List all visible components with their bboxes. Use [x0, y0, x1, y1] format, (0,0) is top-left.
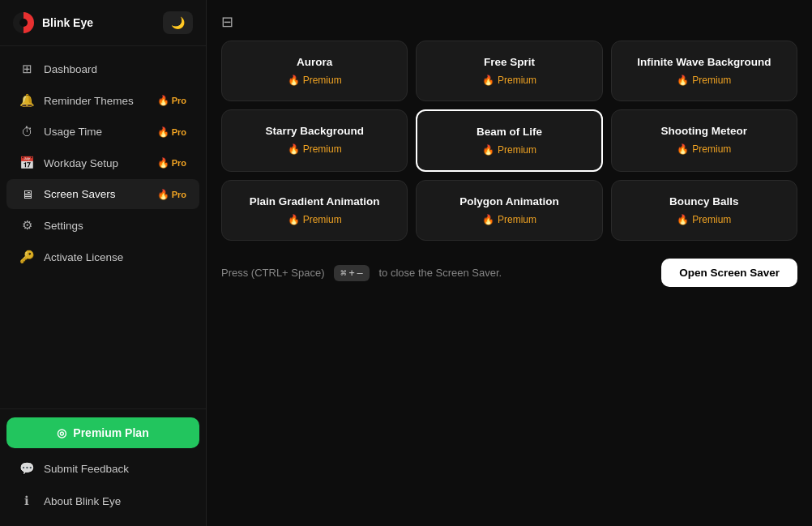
fire-icon: 🔥 [677, 143, 689, 155]
sidebar-item-label: Activate License [44, 251, 186, 263]
saver-card-bouncy-balls[interactable]: Bouncy Balls 🔥 Premium [611, 180, 797, 241]
saver-title: Bouncy Balls [669, 195, 739, 207]
sidebar-item-label: Reminder Themes [44, 95, 147, 107]
sidebar-item-screen-savers[interactable]: 🖥 Screen Savers 🔥 Pro [6, 179, 199, 209]
fire-icon: 🔥 [482, 214, 494, 225]
saver-title: Aurora [297, 56, 332, 68]
saver-card-infinite-wave[interactable]: Infinite Wave Background 🔥 Premium [611, 41, 797, 101]
saver-card-shooting-meteor[interactable]: Shooting Meteor 🔥 Premium [611, 109, 797, 172]
premium-badge: 🔥 Premium [482, 75, 536, 86]
premium-btn-label: Premium Plan [73, 426, 148, 439]
reminder-icon: 🔔 [19, 93, 34, 108]
saver-card-polygon-animation[interactable]: Polygon Animation 🔥 Premium [416, 180, 602, 241]
fire-icon: 🔥 [288, 143, 300, 155]
sidebar-nav: ⊞ Dashboard 🔔 Reminder Themes 🔥 Pro ⏱ Us… [0, 46, 206, 408]
footer-bar: Press (CTRL+ Space) ⌘ + — to close the S… [221, 259, 797, 287]
premium-badge: 🔥 Premium [288, 75, 342, 86]
premium-icon: ◎ [57, 426, 66, 439]
saver-title: Shooting Meteor [661, 125, 748, 137]
premium-plan-button[interactable]: ◎ Premium Plan [6, 417, 199, 448]
sidebar-item-label: Settings [44, 220, 186, 232]
logo-area: Blink Eye [13, 12, 93, 33]
saver-title: Polygon Animation [459, 195, 559, 207]
saver-title: Infinite Wave Background [637, 56, 771, 68]
saver-title: Free Sprit [484, 56, 535, 68]
sidebar-item-settings[interactable]: ⚙ Settings [6, 210, 199, 241]
sidebar-item-activate-license[interactable]: 🔑 Activate License [6, 242, 199, 272]
fire-icon: 🔥 [677, 214, 689, 225]
feedback-label: Submit Feedback [44, 463, 129, 475]
sidebar-item-about[interactable]: ℹ About Blink Eye [6, 485, 199, 516]
fire-icon: 🔥 [677, 75, 689, 86]
license-icon: 🔑 [19, 250, 34, 264]
sidebar-item-label: Screen Savers [44, 188, 147, 200]
sidebar-item-dashboard[interactable]: ⊞ Dashboard [6, 53, 199, 84]
sidebar-item-label: Dashboard [44, 63, 186, 75]
cmd-key: ⌘ [340, 267, 346, 279]
pro-badge: 🔥 Pro [157, 95, 186, 106]
premium-badge: 🔥 Premium [677, 143, 731, 155]
dashboard-icon: ⊞ [19, 62, 34, 76]
saver-card-beam-of-life[interactable]: Beam of Life 🔥 Premium [416, 109, 602, 172]
theme-toggle-button[interactable]: 🌙 [163, 11, 193, 34]
saver-title: Plain Gradient Animation [250, 195, 380, 207]
open-screen-saver-button[interactable]: Open Screen Saver [661, 259, 797, 287]
panel-toggle-button[interactable]: ⊟ [221, 13, 797, 31]
saver-title: Starry Background [265, 125, 364, 137]
shortcut-text-after: to close the Screen Saver. [378, 267, 502, 279]
shortcut-text-before: Press (CTRL+ Space) [221, 267, 325, 279]
sidebar-item-reminder-themes[interactable]: 🔔 Reminder Themes 🔥 Pro [6, 85, 199, 116]
saver-card-aurora[interactable]: Aurora 🔥 Premium [221, 41, 408, 101]
app-name: Blink Eye [42, 16, 93, 29]
premium-badge: 🔥 Premium [288, 214, 342, 225]
saver-card-plain-gradient[interactable]: Plain Gradient Animation 🔥 Premium [221, 180, 408, 241]
premium-badge: 🔥 Premium [482, 144, 536, 156]
moon-icon: 🌙 [171, 16, 185, 29]
workday-icon: 📅 [19, 156, 34, 170]
screen-saver-icon: 🖥 [19, 187, 34, 201]
clock-icon: ⏱ [19, 125, 34, 139]
premium-badge: 🔥 Premium [288, 143, 342, 155]
saver-card-free-sprit[interactable]: Free Sprit 🔥 Premium [416, 41, 602, 101]
keyboard-shortcut: ⌘ + — [334, 265, 370, 281]
sidebar-item-label: Workday Setup [44, 157, 147, 169]
fire-icon: 🔥 [482, 75, 494, 86]
about-label: About Blink Eye [44, 495, 121, 507]
feedback-icon: 💬 [19, 461, 34, 476]
premium-badge: 🔥 Premium [677, 75, 731, 86]
info-icon: ℹ [19, 494, 34, 508]
sidebar: Blink Eye 🌙 ⊞ Dashboard 🔔 Reminder Theme… [0, 0, 207, 526]
sidebar-header: Blink Eye 🌙 [0, 0, 206, 46]
pro-badge: 🔥 Pro [157, 157, 186, 169]
screen-savers-grid: Aurora 🔥 Premium Free Sprit 🔥 Premium In… [221, 41, 797, 241]
saver-card-starry-background[interactable]: Starry Background 🔥 Premium [221, 109, 408, 172]
sidebar-bottom: ◎ Premium Plan 💬 Submit Feedback ℹ About… [0, 408, 206, 526]
fire-icon: 🔥 [288, 214, 300, 225]
sidebar-item-label: Usage Time [44, 126, 147, 138]
premium-badge: 🔥 Premium [482, 214, 536, 225]
space-key: — [357, 267, 363, 279]
fire-icon: 🔥 [288, 75, 300, 86]
app-logo-icon [13, 12, 34, 33]
shortcut-hint: Press (CTRL+ Space) ⌘ + — to close the S… [221, 265, 502, 281]
pro-badge: 🔥 Pro [157, 189, 186, 200]
fire-icon: 🔥 [482, 144, 494, 156]
main-content: ⊟ Aurora 🔥 Premium Free Sprit 🔥 Premium … [207, 0, 812, 526]
sidebar-item-usage-time[interactable]: ⏱ Usage Time 🔥 Pro [6, 117, 199, 147]
sidebar-item-workday-setup[interactable]: 📅 Workday Setup 🔥 Pro [6, 148, 199, 178]
premium-badge: 🔥 Premium [677, 214, 731, 225]
pro-badge: 🔥 Pro [157, 126, 186, 138]
sidebar-item-submit-feedback[interactable]: 💬 Submit Feedback [6, 453, 199, 484]
settings-icon: ⚙ [19, 218, 34, 233]
saver-title: Beam of Life [477, 126, 542, 138]
